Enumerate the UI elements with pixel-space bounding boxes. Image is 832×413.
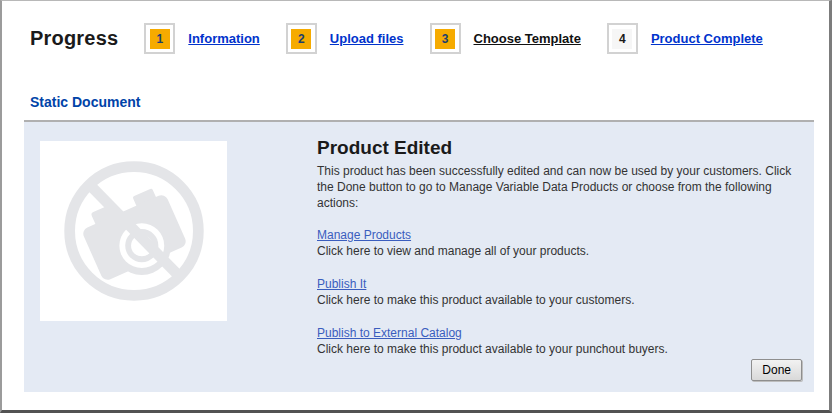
step-upload-files-link[interactable]: Upload files xyxy=(330,31,404,46)
product-image-placeholder xyxy=(40,141,227,321)
publish-it-link[interactable]: Publish It xyxy=(317,276,366,292)
done-button[interactable]: Done xyxy=(751,359,802,381)
step-3-box: 3 xyxy=(430,23,461,54)
panel-content: Product Edited This product has been suc… xyxy=(317,137,804,372)
progress-title: Progress xyxy=(30,27,118,50)
manage-products-link[interactable]: Manage Products xyxy=(317,227,411,243)
step-2-number: 2 xyxy=(291,29,311,49)
publish-external-catalog-link[interactable]: Publish to External Catalog xyxy=(317,325,462,341)
action-manage-products: Manage Products Click here to view and m… xyxy=(317,225,804,259)
panel-description: This product has been successfully edite… xyxy=(317,163,804,211)
publish-external-catalog-description: Click here to make this product availabl… xyxy=(317,341,804,357)
wizard-screen: Progress 1 Information 2 Upload files 3 … xyxy=(0,0,832,413)
step-1-number: 1 xyxy=(150,29,170,49)
manage-products-description: Click here to view and manage all of you… xyxy=(317,243,804,259)
action-publish-external-catalog: Publish to External Catalog Click here t… xyxy=(317,323,804,357)
step-choose-template-link[interactable]: Choose Template xyxy=(474,31,581,46)
progress-bar: Progress 1 Information 2 Upload files 3 … xyxy=(2,1,829,57)
step-3-number: 3 xyxy=(435,29,455,49)
step-4-number: 4 xyxy=(612,29,632,49)
step-information-link[interactable]: Information xyxy=(188,31,260,46)
no-photo-camera-icon xyxy=(56,153,212,309)
step-information: 1 Information xyxy=(144,23,260,54)
step-1-box: 1 xyxy=(144,23,175,54)
page-title: Static Document xyxy=(30,94,829,110)
step-upload-files: 2 Upload files xyxy=(286,23,404,54)
step-2-box: 2 xyxy=(286,23,317,54)
step-choose-template: 3 Choose Template xyxy=(430,23,581,54)
product-edited-panel: Product Edited This product has been suc… xyxy=(24,120,814,392)
publish-it-description: Click here to make this product availabl… xyxy=(317,292,804,308)
step-product-complete-link[interactable]: Product Complete xyxy=(651,31,763,46)
action-publish-it: Publish It Click here to make this produ… xyxy=(317,274,804,308)
panel-heading: Product Edited xyxy=(317,137,804,159)
step-product-complete: 4 Product Complete xyxy=(607,23,763,54)
step-4-box: 4 xyxy=(607,23,638,54)
